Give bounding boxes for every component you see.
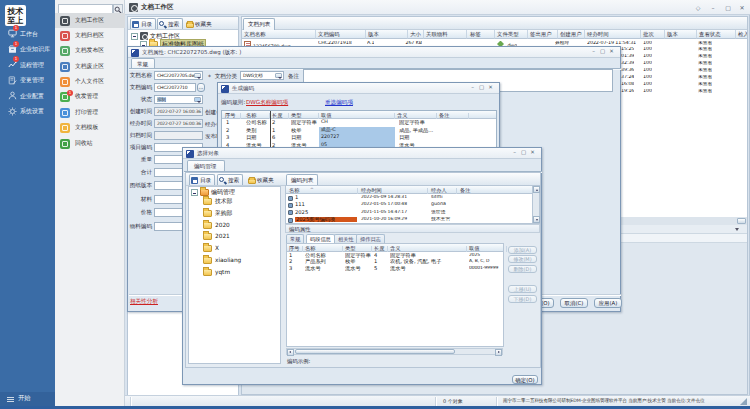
tab-item[interactable]: 码段信息 bbox=[306, 234, 335, 243]
column-header[interactable]: 版本 bbox=[665, 30, 697, 39]
scrollbar-thumb[interactable] bbox=[295, 349, 455, 354]
scroll-down-icon[interactable] bbox=[533, 216, 540, 223]
field-input[interactable]: 拟制 bbox=[154, 95, 203, 104]
tree-child-node[interactable]: 采购部 bbox=[201, 208, 281, 220]
field-input[interactable]: 2022-07-27 16:00:36 bbox=[154, 107, 203, 116]
column-header[interactable]: 文件类型 bbox=[495, 30, 528, 39]
workspace-nav-item[interactable]: 文档模板 bbox=[55, 121, 125, 136]
column-header[interactable]: 创建用户 bbox=[558, 30, 585, 39]
tab-document-list[interactable]: 文档列表 bbox=[243, 18, 275, 30]
sidebar-item-change[interactable]: 变更管理 bbox=[0, 73, 55, 89]
minimize-icon[interactable]: – bbox=[468, 85, 477, 91]
close-icon[interactable]: ✕ bbox=[738, 4, 746, 12]
dialog-titlebar[interactable]: 选择对象 –▢✕ bbox=[183, 148, 541, 159]
action-button[interactable]: 修改(M) bbox=[508, 255, 537, 263]
cell-value[interactable]: 220727 bbox=[319, 134, 395, 142]
sidebar-item-knowledge[interactable]: 1 企业知识库 bbox=[0, 42, 55, 58]
doc-class-combo[interactable]: DWG文档 bbox=[240, 71, 284, 80]
rule-link[interactable]: DWG名称编码项 bbox=[246, 100, 288, 106]
sidebar-item-process[interactable]: 1 流程管理 bbox=[0, 57, 55, 73]
column-header[interactable]: 大小 bbox=[408, 30, 424, 39]
table-row[interactable]: 3 日期 6 日期 220727 日期 bbox=[222, 134, 496, 142]
close-icon[interactable]: ✕ bbox=[486, 85, 495, 91]
field-input[interactable]: CHC22072710 bbox=[154, 83, 196, 92]
analysis-link[interactable]: 相关性分析 bbox=[130, 299, 158, 305]
tree-child-node[interactable]: xiaoliang bbox=[201, 255, 281, 267]
tree-child-node[interactable]: yqtm bbox=[201, 267, 281, 279]
column-header[interactable]: 版本 bbox=[366, 30, 408, 39]
resize-grip[interactable] bbox=[740, 398, 747, 405]
workspace-nav-item[interactable]: 文档废止区 bbox=[55, 59, 125, 74]
cancel-button[interactable]: 取消(C) bbox=[560, 298, 588, 308]
tab-general[interactable]: 常规 bbox=[131, 58, 155, 68]
table-row[interactable]: 2025图号编码项 2021-10-20 16:09:29 技术主管 bbox=[286, 216, 539, 223]
tree-child-node[interactable]: 2020 bbox=[201, 220, 281, 232]
table-row[interactable]: 3 流水号 流水号 5 流水号 00001-99999 bbox=[287, 265, 503, 272]
workspace-nav-item[interactable]: 回收站 bbox=[55, 136, 125, 151]
reselect-link[interactable]: 重选编码项 bbox=[325, 100, 353, 106]
field-input[interactable]: CHC22072705.dwg bbox=[154, 71, 203, 80]
table-row[interactable]: 111 2022-01-05 17:00:48 guona bbox=[286, 201, 539, 208]
tab-favorites[interactable]: 收藏夹 bbox=[184, 18, 220, 29]
chevron-down-icon[interactable] bbox=[735, 228, 739, 231]
action-button[interactable]: 添加(A) bbox=[508, 246, 537, 254]
column-header[interactable]: 文档名称 bbox=[242, 30, 316, 39]
tab-catalog[interactable]: 目录 bbox=[130, 18, 156, 29]
action-button[interactable]: 上移(U) bbox=[508, 285, 537, 293]
chevron-down-icon[interactable] bbox=[275, 73, 282, 78]
maximize-icon[interactable]: ▢ bbox=[477, 85, 486, 91]
collapse-icon[interactable] bbox=[191, 189, 198, 196]
workspace-nav-item[interactable]: 文档工作区 bbox=[55, 13, 125, 28]
chevron-down-icon[interactable] bbox=[194, 97, 201, 102]
field-input[interactable]: 2022-07-27 16:00:36 bbox=[154, 119, 203, 128]
ok-button[interactable]: 确定(O) bbox=[512, 375, 538, 384]
workspace-nav-item[interactable]: 打印管理 bbox=[55, 105, 125, 120]
collapse-icon[interactable] bbox=[131, 33, 138, 40]
sidebar-item-config[interactable]: 企业配置 bbox=[0, 88, 55, 104]
minimize-icon[interactable]: – bbox=[589, 49, 598, 55]
scroll-right-icon[interactable] bbox=[495, 349, 502, 356]
maximize-icon[interactable]: ▢ bbox=[598, 49, 607, 55]
scroll-up-icon[interactable] bbox=[533, 186, 540, 193]
tab-favorites[interactable]: 收藏夹 bbox=[246, 174, 282, 185]
start-button[interactable]: 开始 bbox=[0, 392, 55, 406]
dialog-titlebar[interactable]: 生成编码 –▢✕ bbox=[218, 83, 499, 94]
tab-item[interactable]: 操作日志 bbox=[356, 234, 385, 243]
tree-child-node[interactable]: 2021 bbox=[201, 231, 281, 243]
workspace-nav-item[interactable]: 1 收发管理 bbox=[55, 90, 125, 105]
table-row[interactable]: 2 类别 1 枚举 成品-C 成品, 半成品... bbox=[222, 127, 496, 135]
tab-item[interactable]: 相关性 bbox=[334, 234, 358, 243]
tab-item[interactable]: 常规 bbox=[286, 234, 304, 243]
action-button[interactable]: 下移(D) bbox=[508, 295, 537, 303]
tree-child-node[interactable]: 技术部 bbox=[201, 196, 281, 208]
tab-code-list[interactable]: 编码列表 bbox=[286, 174, 318, 185]
column-header[interactable]: 经办时间 bbox=[585, 30, 641, 39]
column-header[interactable]: 批次 bbox=[641, 30, 665, 39]
table-row[interactable]: 1 公司名称 2 固定字符串 CH 固定字符串 bbox=[222, 119, 496, 127]
column-header[interactable]: 标签 bbox=[467, 30, 495, 39]
column-header[interactable]: 检入 bbox=[736, 30, 747, 39]
tree-child-node[interactable]: X bbox=[201, 243, 281, 255]
column-header[interactable]: 文档编码 bbox=[316, 30, 366, 39]
cell-value[interactable]: CH bbox=[319, 119, 395, 127]
maximize-icon[interactable]: ▢ bbox=[519, 150, 528, 156]
table-row[interactable]: 2 产品系列 枚举 1 农机, 设备, 汽配, 电子 A, B, C, D bbox=[287, 259, 503, 266]
scrollbar-button[interactable] bbox=[737, 218, 746, 224]
tab-code-management[interactable]: 编码管理 bbox=[187, 160, 225, 171]
column-header[interactable]: 签出用户 bbox=[528, 30, 558, 39]
chevron-down-icon[interactable] bbox=[194, 73, 201, 78]
scroll-left-icon[interactable] bbox=[287, 349, 294, 356]
column-header[interactable]: 关联物料 bbox=[424, 30, 467, 39]
close-icon[interactable]: ✕ bbox=[607, 49, 616, 55]
tab-catalog[interactable]: 目录 bbox=[189, 174, 215, 185]
workspace-nav-item[interactable]: 个人文件区 bbox=[55, 75, 125, 90]
workspace-nav-item[interactable]: 文档归档区 bbox=[55, 28, 125, 43]
workspace-nav-item[interactable]: 文档发布区 bbox=[55, 44, 125, 59]
browse-button[interactable]: ... bbox=[197, 83, 205, 92]
action-button[interactable]: 删除(D) bbox=[508, 265, 537, 273]
vertical-scrollbar[interactable] bbox=[532, 186, 539, 223]
dialog-titlebar[interactable]: 文档属性: CHC22072705.dwg (版本: ) –▢✕ bbox=[128, 47, 620, 58]
tree-root-node[interactable]: 编码管理 bbox=[191, 189, 235, 196]
sidebar-item-settings[interactable]: 系统设置 bbox=[0, 104, 55, 120]
sidebar-item-workbench[interactable]: 1 工作台 bbox=[0, 26, 55, 42]
